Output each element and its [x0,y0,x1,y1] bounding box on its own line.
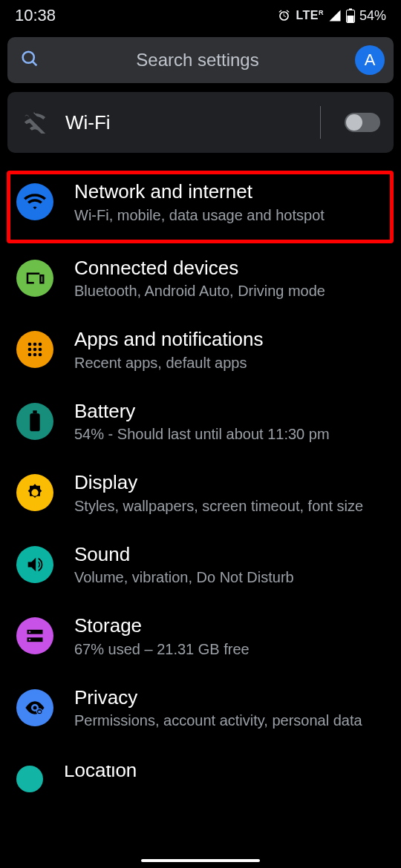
wifi-off-icon [22,108,48,137]
brightness-icon [16,474,53,511]
item-sub: 54% - Should last until about 11:30 pm [74,424,385,444]
settings-item-network[interactable]: Network and internet Wi-Fi, mobile, data… [0,162,401,243]
item-sub: Recent apps, default apps [74,353,385,372]
svg-point-7 [39,343,42,346]
svg-point-19 [29,639,30,640]
item-title: Network and internet [74,180,385,204]
svg-point-18 [29,631,30,633]
svg-line-4 [33,62,37,66]
storage-icon [16,617,53,654]
item-title: Connected devices [74,256,385,280]
item-title: Sound [74,542,385,567]
profile-avatar[interactable]: A [355,45,385,75]
item-title: Apps and notifications [74,327,385,352]
svg-point-20 [33,706,37,709]
location-icon [16,766,43,792]
item-sub: Bluetooth, Android Auto, Driving mode [74,281,385,300]
item-title: Display [74,470,385,495]
item-sub: Volume, vibration, Do Not Disturb [74,568,385,587]
svg-rect-2 [347,16,353,22]
status-icons: LTER 54% [277,8,386,24]
settings-item-sound[interactable]: Sound Volume, vibration, Do Not Disturb [0,529,401,601]
wifi-icon [16,183,53,220]
item-title: Location [64,766,385,779]
wifi-label: Wi-Fi [65,111,302,134]
svg-rect-1 [349,9,352,10]
battery-icon [16,403,53,440]
item-sub: Wi-Fi, mobile, data usage and hotspot [74,206,385,225]
svg-point-13 [39,353,42,357]
signal-icon [328,9,342,22]
navigation-bar-handle[interactable] [141,859,260,862]
item-title: Battery [74,399,385,424]
wifi-quick-tile[interactable]: Wi-Fi [7,92,394,153]
item-sub: Permissions, account activity, personal … [74,711,385,730]
eye-icon [16,689,53,726]
svg-point-11 [28,353,32,357]
search-icon [19,48,40,72]
item-title: Privacy [74,685,385,710]
svg-rect-15 [33,410,36,413]
item-sub: 67% used – 21.31 GB free [74,640,385,659]
search-placeholder: Search settings [40,50,355,70]
svg-point-8 [28,348,32,352]
battery-pct: 54% [359,8,386,24]
status-time: 10:38 [15,6,56,25]
wifi-toggle[interactable] [345,113,380,132]
settings-item-privacy[interactable]: Privacy Permissions, account activity, p… [0,672,401,744]
settings-list: Network and internet Wi-Fi, mobile, data… [0,162,401,792]
devices-icon [16,260,53,297]
settings-item-storage[interactable]: Storage 67% used – 21.31 GB free [0,600,401,672]
battery-icon [346,8,355,23]
svg-point-3 [23,52,34,63]
apps-icon [16,331,53,368]
svg-rect-14 [30,413,39,431]
svg-point-12 [33,353,37,357]
svg-point-9 [33,348,37,352]
settings-item-battery[interactable]: Battery 54% - Should last until about 11… [0,386,401,458]
divider [320,106,321,139]
settings-item-display[interactable]: Display Styles, wallpapers, screen timeo… [0,457,401,529]
item-sub: Styles, wallpapers, screen timeout, font… [74,496,385,516]
status-bar: 10:38 LTER 54% [0,0,401,28]
alarm-icon [277,9,291,23]
settings-item-location[interactable]: Location [0,743,401,792]
svg-rect-22 [38,711,41,713]
item-title: Storage [74,614,385,638]
svg-point-6 [33,343,37,346]
volume-icon [16,546,53,583]
lte-indicator: LTER [296,9,324,22]
settings-item-apps[interactable]: Apps and notifications Recent apps, defa… [0,314,401,386]
svg-point-5 [28,343,32,346]
svg-point-10 [39,348,42,352]
search-settings-bar[interactable]: Search settings A [7,37,394,83]
settings-item-connected-devices[interactable]: Connected devices Bluetooth, Android Aut… [0,243,401,315]
